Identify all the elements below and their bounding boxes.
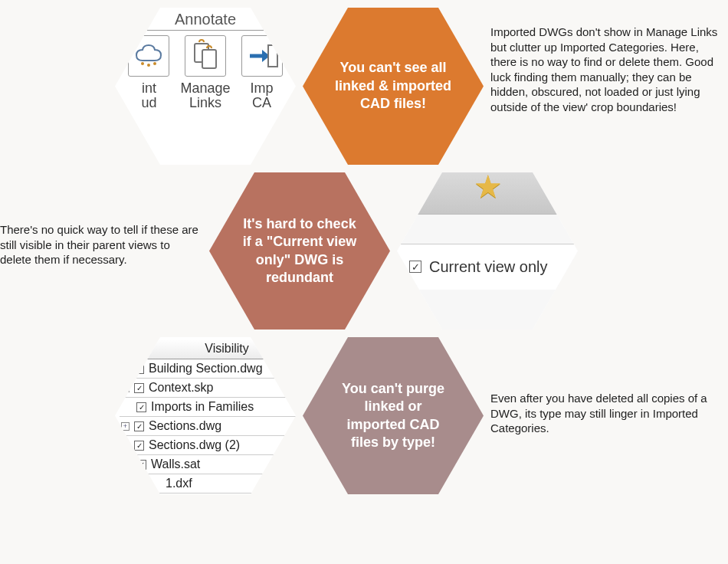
hex-claim-1: You can't see all linked & imported CAD …: [303, 8, 484, 165]
visibility-row[interactable]: + ✓ Sections.dwg (2): [120, 436, 296, 455]
cloud-icon: [128, 35, 169, 77]
explain-3: Even after you have deleted all copies o…: [490, 391, 720, 436]
screenshot-toolbar: Annotate int ud Manage: [115, 8, 296, 165]
visibility-column-header: Visibility: [120, 340, 296, 359]
hex-claim-2-text: It's hard to check if a "Current view on…: [209, 215, 390, 287]
visibility-row[interactable]: + ✓ Context.skp: [120, 379, 296, 398]
visibility-checkbox[interactable]: ✓: [136, 402, 146, 412]
current-view-only-label: Current view only: [429, 258, 548, 276]
current-view-only-checkbox[interactable]: ✓: [409, 261, 421, 273]
manage-links-icon: [185, 35, 226, 77]
expand-icon[interactable]: +: [121, 422, 130, 431]
hex-claim-2: It's hard to check if a "Current view on…: [209, 172, 390, 330]
visibility-checkbox[interactable]: ✓: [134, 421, 144, 431]
visibility-row[interactable]: ✓ Walls.sat: [120, 455, 296, 474]
expand-icon[interactable]: +: [121, 441, 130, 450]
screenshot-current-view-only: ★ ✓ Current view only: [397, 172, 578, 330]
expand-icon[interactable]: +: [121, 365, 130, 373]
svg-rect-5: [268, 45, 277, 67]
explain-1: Imported DWGs don't show in Manage Links…: [490, 25, 720, 114]
visibility-row[interactable]: ✓ Imports in Families: [120, 398, 296, 417]
ribbon-item-import-cad: Imp CA: [241, 35, 283, 110]
revit-insert-ribbon: Annotate int ud Manage: [115, 8, 296, 165]
svg-point-0: [141, 62, 144, 65]
expand-icon[interactable]: +: [121, 384, 130, 392]
svg-point-1: [147, 64, 150, 67]
hex-claim-1-text: You can't see all linked & imported CAD …: [303, 59, 484, 113]
visibility-checkbox[interactable]: ✓: [134, 364, 144, 374]
visibility-checkbox[interactable]: ✓: [134, 441, 144, 451]
explain-2: There's no quick way to tell if these ar…: [0, 222, 203, 267]
visibility-checkbox[interactable]: ✓: [136, 460, 146, 470]
imported-categories-panel: Visibility + ✓ Building Section.dwg + ✓ …: [115, 337, 296, 494]
import-dialog-fragment: ★ ✓ Current view only: [397, 172, 578, 330]
svg-rect-4: [202, 50, 216, 68]
visibility-row[interactable]: + ✓ Sections.dwg: [120, 417, 296, 436]
svg-point-2: [153, 62, 156, 65]
hex-claim-3-text: You can't purge linked or imported CAD f…: [303, 380, 484, 452]
screenshot-visibility-list: Visibility + ✓ Building Section.dwg + ✓ …: [115, 337, 296, 494]
hex-claim-3: You can't purge linked or imported CAD f…: [303, 337, 484, 494]
visibility-row[interactable]: 1.dxf: [120, 474, 296, 494]
ribbon-item-point-cloud: int ud: [128, 35, 169, 110]
visibility-row[interactable]: + ✓ Building Section.dwg: [120, 359, 296, 379]
ribbon-tab-annotate: Annotate: [120, 11, 291, 31]
ribbon-item-manage-links: Manage Links: [180, 35, 230, 110]
favorites-star-icon: ★: [474, 172, 503, 205]
visibility-checkbox[interactable]: ✓: [134, 383, 144, 393]
import-cad-icon: [241, 35, 283, 77]
